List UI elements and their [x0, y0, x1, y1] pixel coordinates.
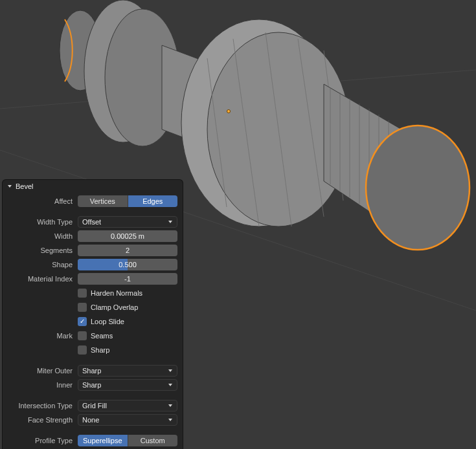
- face-strength-dropdown[interactable]: None: [78, 414, 177, 426]
- operator-panel-bevel: Bevel Affect Vertices Edges Width Type O…: [3, 180, 183, 449]
- label-profile-type: Profile Type: [8, 437, 78, 444]
- affect-enum[interactable]: Vertices Edges: [78, 195, 177, 207]
- checkbox-icon: [78, 317, 87, 326]
- panel-header[interactable]: Bevel: [3, 180, 183, 194]
- chevron-down-icon: [168, 416, 173, 424]
- profile-type-enum[interactable]: Superellipse Custom: [78, 435, 177, 446]
- checkbox-icon: [78, 303, 87, 312]
- miter-inner-dropdown[interactable]: Sharp: [78, 379, 177, 391]
- checkbox-icon: [78, 289, 87, 298]
- clamp-overlap-checkbox[interactable]: Clamp Overlap: [78, 301, 138, 313]
- width-type-dropdown[interactable]: Offset: [78, 216, 177, 228]
- checkbox-icon: [78, 331, 87, 340]
- label-affect: Affect: [8, 197, 78, 205]
- label-width-type: Width Type: [8, 218, 78, 226]
- intersection-type-dropdown[interactable]: Grid Fill: [78, 400, 177, 411]
- profile-superellipse[interactable]: Superellipse: [78, 435, 128, 446]
- chevron-down-icon: [168, 381, 173, 389]
- label-mark: Mark: [8, 332, 78, 340]
- label-shape: Shape: [8, 261, 78, 268]
- label-width: Width: [8, 232, 78, 240]
- label-intersection-type: Intersection Type: [8, 402, 78, 410]
- chevron-down-icon: [6, 183, 13, 190]
- shape-slider[interactable]: 0.500: [78, 259, 177, 270]
- label-miter-outer: Miter Outer: [8, 367, 78, 375]
- profile-custom[interactable]: Custom: [128, 435, 178, 446]
- width-slider[interactable]: 0.00025 m: [78, 230, 177, 242]
- harden-normals-checkbox[interactable]: Harden Normals: [78, 287, 142, 299]
- affect-edges[interactable]: Edges: [128, 195, 178, 207]
- label-miter-inner: Inner: [8, 381, 78, 389]
- affect-vertices[interactable]: Vertices: [78, 195, 128, 207]
- chevron-down-icon: [168, 367, 173, 375]
- chevron-down-icon: [168, 218, 173, 226]
- label-face-strength: Face Strength: [8, 416, 78, 424]
- segments-slider[interactable]: 2: [78, 245, 177, 256]
- material-index-slider[interactable]: -1: [78, 273, 177, 285]
- miter-outer-dropdown[interactable]: Sharp: [78, 365, 177, 377]
- chevron-down-icon: [168, 402, 173, 410]
- mark-seams-checkbox[interactable]: Seams: [78, 330, 113, 342]
- mark-sharp-checkbox[interactable]: Sharp: [78, 344, 109, 356]
- label-material-index: Material Index: [8, 275, 78, 283]
- loop-slide-checkbox[interactable]: Loop Slide: [78, 316, 124, 327]
- width-type-value: Offset: [82, 218, 101, 226]
- pivot-point: [227, 109, 231, 113]
- panel-title: Bevel: [16, 182, 34, 190]
- checkbox-icon: [78, 345, 87, 355]
- label-segments: Segments: [8, 246, 78, 254]
